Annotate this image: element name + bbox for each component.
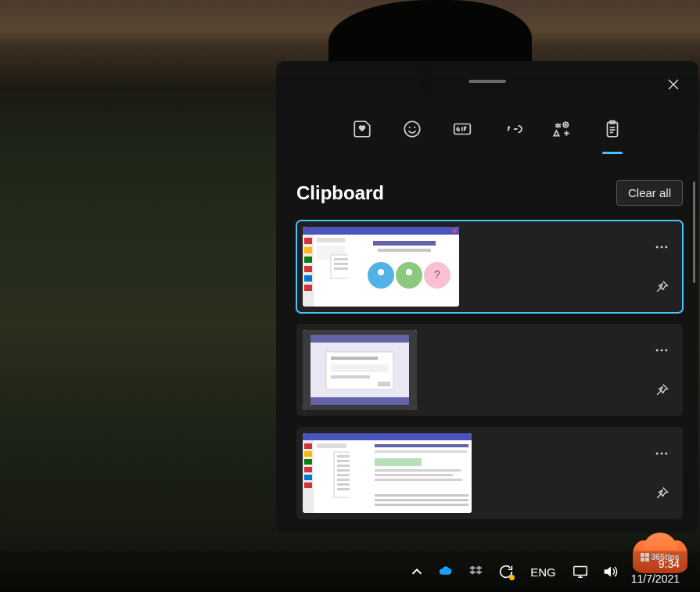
clipboard-item[interactable]: ? (296, 221, 683, 313)
item-menu-button[interactable] (648, 234, 675, 260)
pin-icon (654, 279, 669, 295)
svg-point-45 (656, 349, 659, 351)
svg-rect-24 (373, 241, 436, 246)
clipboard-thumbnail: ? (303, 227, 459, 307)
svg-rect-56 (304, 483, 312, 488)
item-actions (648, 427, 675, 519)
sync-status-dot (509, 575, 515, 580)
clock-date: 11/7/2021 (631, 572, 680, 587)
svg-rect-49 (303, 433, 472, 440)
svg-rect-39 (311, 397, 409, 405)
close-icon (667, 78, 680, 91)
svg-point-79 (661, 452, 663, 454)
svg-rect-77 (375, 504, 468, 506)
svg-rect-13 (304, 266, 312, 272)
section-header: Clipboard Clear all (296, 180, 683, 206)
ellipsis-icon (654, 343, 669, 358)
svg-point-30 (406, 269, 412, 275)
svg-rect-8 (303, 227, 459, 235)
panel-scrollbar[interactable] (693, 181, 695, 283)
svg-point-46 (661, 349, 663, 351)
svg-point-47 (665, 349, 667, 351)
svg-rect-72 (375, 469, 461, 472)
svg-rect-11 (304, 247, 312, 253)
ellipsis-icon (654, 446, 669, 461)
clipboard-items: ? (296, 221, 683, 525)
item-actions (648, 324, 675, 416)
monitor-icon (572, 563, 589, 580)
panel-tabs (276, 119, 698, 152)
taskbar: ENG 9:34 11/7/2021 (0, 551, 700, 592)
clock-time: 9:34 (659, 557, 680, 572)
tab-clipboard[interactable] (601, 119, 623, 152)
tab-gif[interactable] (451, 119, 473, 152)
tray-monitor[interactable] (572, 563, 589, 580)
svg-point-33 (656, 246, 659, 248)
svg-rect-54 (304, 467, 312, 472)
svg-rect-12 (304, 257, 312, 263)
pin-button[interactable] (648, 377, 675, 404)
svg-point-35 (665, 246, 667, 248)
ellipsis-icon (654, 239, 669, 255)
onedrive-icon (438, 563, 455, 580)
tab-emoji[interactable] (401, 119, 423, 152)
svg-point-1 (409, 127, 411, 128)
taskbar-clock[interactable]: 9:34 11/7/2021 (631, 557, 680, 587)
tray-dropbox[interactable] (468, 563, 485, 580)
tray-onedrive[interactable] (438, 563, 455, 580)
pin-button[interactable] (648, 480, 675, 507)
svg-rect-69 (375, 444, 468, 447)
item-menu-button[interactable] (648, 440, 675, 467)
drag-handle[interactable] (468, 80, 506, 83)
dropbox-icon (468, 563, 485, 580)
emoji-clipboard-panel: Clipboard Clear all (276, 61, 698, 533)
svg-point-78 (656, 452, 659, 454)
speaker-icon (601, 563, 619, 580)
symbols-icon (552, 119, 573, 139)
svg-rect-42 (331, 364, 389, 372)
clipboard-item[interactable] (296, 427, 683, 519)
svg-rect-55 (304, 475, 312, 480)
svg-rect-44 (378, 382, 390, 386)
clear-all-button[interactable]: Clear all (616, 180, 683, 206)
close-button[interactable] (661, 72, 686, 97)
item-actions (648, 221, 675, 313)
clipboard-thumbnail (303, 330, 417, 410)
panel-title: Clipboard (296, 182, 384, 204)
svg-rect-74 (375, 479, 462, 481)
language-indicator[interactable]: ENG (527, 565, 559, 579)
pin-button[interactable] (648, 274, 675, 300)
svg-rect-15 (304, 285, 312, 291)
gif-icon (452, 119, 472, 139)
item-menu-button[interactable] (648, 337, 675, 364)
svg-rect-41 (331, 357, 378, 360)
svg-point-34 (661, 246, 663, 248)
svg-rect-51 (304, 443, 312, 449)
tray-chevron-up[interactable] (408, 563, 425, 580)
svg-point-80 (665, 452, 667, 454)
emoji-icon (402, 119, 422, 139)
pin-icon (654, 382, 669, 398)
tray-sync[interactable] (497, 563, 515, 580)
tray-volume[interactable] (601, 563, 619, 580)
svg-point-2 (414, 127, 415, 128)
pin-icon (654, 486, 669, 501)
tab-favorites[interactable] (351, 119, 373, 152)
clipboard-thumbnail (303, 433, 472, 513)
svg-rect-81 (573, 567, 587, 576)
svg-rect-52 (304, 451, 312, 457)
svg-rect-76 (375, 499, 468, 501)
svg-rect-14 (304, 275, 312, 282)
clipboard-icon (602, 119, 623, 139)
svg-point-0 (404, 121, 420, 137)
tab-symbols[interactable] (551, 119, 573, 152)
svg-rect-73 (375, 474, 453, 476)
svg-rect-58 (317, 443, 346, 448)
svg-rect-75 (375, 494, 468, 497)
clipboard-item[interactable] (296, 324, 683, 416)
svg-rect-10 (304, 238, 312, 244)
chevron-up-icon (408, 563, 425, 580)
tab-kaomoji[interactable] (501, 119, 523, 152)
svg-text:?: ? (434, 268, 440, 281)
svg-rect-38 (311, 335, 409, 343)
